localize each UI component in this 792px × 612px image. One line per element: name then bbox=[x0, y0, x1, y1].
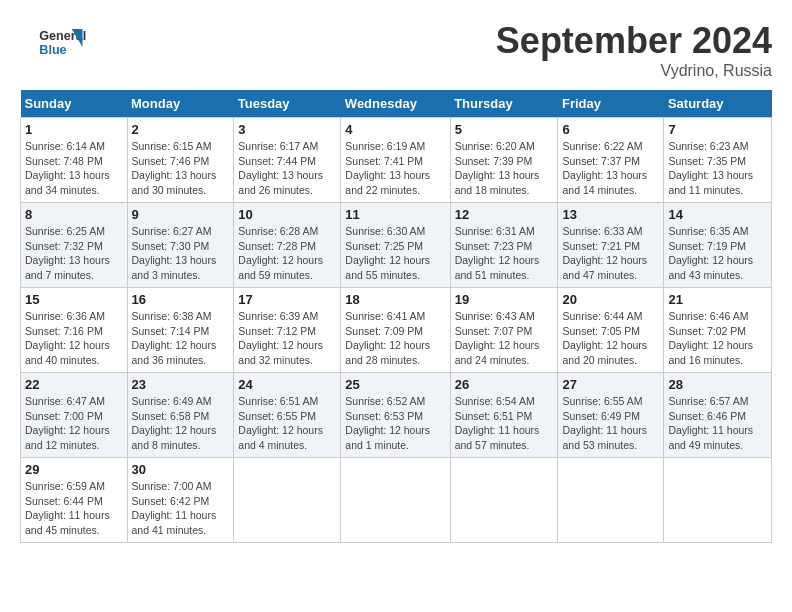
day-number: 14 bbox=[668, 207, 767, 222]
calendar-cell: 10 Sunrise: 6:28 AMSunset: 7:28 PMDaylig… bbox=[234, 203, 341, 288]
sunrise-info: Sunrise: 6:17 AMSunset: 7:44 PMDaylight:… bbox=[238, 139, 336, 198]
sunrise-info: Sunrise: 6:28 AMSunset: 7:28 PMDaylight:… bbox=[238, 224, 336, 283]
sunrise-info: Sunrise: 6:35 AMSunset: 7:19 PMDaylight:… bbox=[668, 224, 767, 283]
header-sunday: Sunday bbox=[21, 90, 128, 118]
calendar-cell bbox=[450, 458, 558, 543]
day-number: 17 bbox=[238, 292, 336, 307]
day-number: 5 bbox=[455, 122, 554, 137]
calendar-cell: 26 Sunrise: 6:54 AMSunset: 6:51 PMDaylig… bbox=[450, 373, 558, 458]
calendar-cell: 23 Sunrise: 6:49 AMSunset: 6:58 PMDaylig… bbox=[127, 373, 234, 458]
day-number: 25 bbox=[345, 377, 445, 392]
sunrise-info: Sunrise: 6:23 AMSunset: 7:35 PMDaylight:… bbox=[668, 139, 767, 198]
sunrise-info: Sunrise: 6:59 AMSunset: 6:44 PMDaylight:… bbox=[25, 479, 123, 538]
sunrise-info: Sunrise: 6:27 AMSunset: 7:30 PMDaylight:… bbox=[132, 224, 230, 283]
calendar-cell bbox=[234, 458, 341, 543]
day-number: 22 bbox=[25, 377, 123, 392]
week-row: 8 Sunrise: 6:25 AMSunset: 7:32 PMDayligh… bbox=[21, 203, 772, 288]
day-number: 20 bbox=[562, 292, 659, 307]
week-row: 1 Sunrise: 6:14 AMSunset: 7:48 PMDayligh… bbox=[21, 118, 772, 203]
sunrise-info: Sunrise: 6:22 AMSunset: 7:37 PMDaylight:… bbox=[562, 139, 659, 198]
sunrise-info: Sunrise: 6:52 AMSunset: 6:53 PMDaylight:… bbox=[345, 394, 445, 453]
day-number: 30 bbox=[132, 462, 230, 477]
calendar-table: Sunday Monday Tuesday Wednesday Thursday… bbox=[20, 90, 772, 543]
sunrise-info: Sunrise: 6:38 AMSunset: 7:14 PMDaylight:… bbox=[132, 309, 230, 368]
sunrise-info: Sunrise: 6:14 AMSunset: 7:48 PMDaylight:… bbox=[25, 139, 123, 198]
calendar-cell: 3 Sunrise: 6:17 AMSunset: 7:44 PMDayligh… bbox=[234, 118, 341, 203]
day-number: 29 bbox=[25, 462, 123, 477]
sunrise-info: Sunrise: 6:20 AMSunset: 7:39 PMDaylight:… bbox=[455, 139, 554, 198]
calendar-cell: 17 Sunrise: 6:39 AMSunset: 7:12 PMDaylig… bbox=[234, 288, 341, 373]
page-header: General Blue September 2024 Vydrino, Rus… bbox=[20, 20, 772, 80]
header-row: Sunday Monday Tuesday Wednesday Thursday… bbox=[21, 90, 772, 118]
logo: General Blue bbox=[20, 20, 100, 65]
day-number: 4 bbox=[345, 122, 445, 137]
day-number: 8 bbox=[25, 207, 123, 222]
sunrise-info: Sunrise: 6:51 AMSunset: 6:55 PMDaylight:… bbox=[238, 394, 336, 453]
sunrise-info: Sunrise: 6:33 AMSunset: 7:21 PMDaylight:… bbox=[562, 224, 659, 283]
day-number: 13 bbox=[562, 207, 659, 222]
calendar-cell bbox=[664, 458, 772, 543]
calendar-cell: 15 Sunrise: 6:36 AMSunset: 7:16 PMDaylig… bbox=[21, 288, 128, 373]
calendar-cell: 27 Sunrise: 6:55 AMSunset: 6:49 PMDaylig… bbox=[558, 373, 664, 458]
calendar-cell: 4 Sunrise: 6:19 AMSunset: 7:41 PMDayligh… bbox=[341, 118, 450, 203]
sunrise-info: Sunrise: 6:55 AMSunset: 6:49 PMDaylight:… bbox=[562, 394, 659, 453]
header-thursday: Thursday bbox=[450, 90, 558, 118]
calendar-cell: 20 Sunrise: 6:44 AMSunset: 7:05 PMDaylig… bbox=[558, 288, 664, 373]
day-number: 19 bbox=[455, 292, 554, 307]
calendar-cell: 11 Sunrise: 6:30 AMSunset: 7:25 PMDaylig… bbox=[341, 203, 450, 288]
day-number: 3 bbox=[238, 122, 336, 137]
sunrise-info: Sunrise: 6:19 AMSunset: 7:41 PMDaylight:… bbox=[345, 139, 445, 198]
calendar-cell bbox=[341, 458, 450, 543]
day-number: 12 bbox=[455, 207, 554, 222]
day-number: 24 bbox=[238, 377, 336, 392]
logo-icon: General Blue bbox=[20, 20, 100, 65]
calendar-cell: 13 Sunrise: 6:33 AMSunset: 7:21 PMDaylig… bbox=[558, 203, 664, 288]
sunrise-info: Sunrise: 6:47 AMSunset: 7:00 PMDaylight:… bbox=[25, 394, 123, 453]
calendar-cell: 24 Sunrise: 6:51 AMSunset: 6:55 PMDaylig… bbox=[234, 373, 341, 458]
day-number: 23 bbox=[132, 377, 230, 392]
month-title: September 2024 bbox=[496, 20, 772, 62]
sunrise-info: Sunrise: 6:54 AMSunset: 6:51 PMDaylight:… bbox=[455, 394, 554, 453]
sunrise-info: Sunrise: 7:00 AMSunset: 6:42 PMDaylight:… bbox=[132, 479, 230, 538]
calendar-cell: 25 Sunrise: 6:52 AMSunset: 6:53 PMDaylig… bbox=[341, 373, 450, 458]
day-number: 16 bbox=[132, 292, 230, 307]
sunrise-info: Sunrise: 6:43 AMSunset: 7:07 PMDaylight:… bbox=[455, 309, 554, 368]
day-number: 15 bbox=[25, 292, 123, 307]
sunrise-info: Sunrise: 6:30 AMSunset: 7:25 PMDaylight:… bbox=[345, 224, 445, 283]
sunrise-info: Sunrise: 6:41 AMSunset: 7:09 PMDaylight:… bbox=[345, 309, 445, 368]
sunrise-info: Sunrise: 6:25 AMSunset: 7:32 PMDaylight:… bbox=[25, 224, 123, 283]
calendar-cell: 19 Sunrise: 6:43 AMSunset: 7:07 PMDaylig… bbox=[450, 288, 558, 373]
header-friday: Friday bbox=[558, 90, 664, 118]
sunrise-info: Sunrise: 6:49 AMSunset: 6:58 PMDaylight:… bbox=[132, 394, 230, 453]
day-number: 27 bbox=[562, 377, 659, 392]
day-number: 10 bbox=[238, 207, 336, 222]
calendar-cell: 29 Sunrise: 6:59 AMSunset: 6:44 PMDaylig… bbox=[21, 458, 128, 543]
calendar-cell: 9 Sunrise: 6:27 AMSunset: 7:30 PMDayligh… bbox=[127, 203, 234, 288]
calendar-cell: 2 Sunrise: 6:15 AMSunset: 7:46 PMDayligh… bbox=[127, 118, 234, 203]
day-number: 9 bbox=[132, 207, 230, 222]
day-number: 28 bbox=[668, 377, 767, 392]
calendar-cell: 16 Sunrise: 6:38 AMSunset: 7:14 PMDaylig… bbox=[127, 288, 234, 373]
calendar-cell: 7 Sunrise: 6:23 AMSunset: 7:35 PMDayligh… bbox=[664, 118, 772, 203]
calendar-cell: 5 Sunrise: 6:20 AMSunset: 7:39 PMDayligh… bbox=[450, 118, 558, 203]
header-tuesday: Tuesday bbox=[234, 90, 341, 118]
calendar-cell: 1 Sunrise: 6:14 AMSunset: 7:48 PMDayligh… bbox=[21, 118, 128, 203]
day-number: 21 bbox=[668, 292, 767, 307]
svg-text:Blue: Blue bbox=[39, 43, 66, 57]
calendar-cell: 22 Sunrise: 6:47 AMSunset: 7:00 PMDaylig… bbox=[21, 373, 128, 458]
header-saturday: Saturday bbox=[664, 90, 772, 118]
day-number: 26 bbox=[455, 377, 554, 392]
calendar-cell: 28 Sunrise: 6:57 AMSunset: 6:46 PMDaylig… bbox=[664, 373, 772, 458]
sunrise-info: Sunrise: 6:36 AMSunset: 7:16 PMDaylight:… bbox=[25, 309, 123, 368]
title-section: September 2024 Vydrino, Russia bbox=[496, 20, 772, 80]
day-number: 2 bbox=[132, 122, 230, 137]
sunrise-info: Sunrise: 6:39 AMSunset: 7:12 PMDaylight:… bbox=[238, 309, 336, 368]
day-number: 18 bbox=[345, 292, 445, 307]
day-number: 11 bbox=[345, 207, 445, 222]
header-monday: Monday bbox=[127, 90, 234, 118]
calendar-cell: 18 Sunrise: 6:41 AMSunset: 7:09 PMDaylig… bbox=[341, 288, 450, 373]
calendar-cell: 30 Sunrise: 7:00 AMSunset: 6:42 PMDaylig… bbox=[127, 458, 234, 543]
sunrise-info: Sunrise: 6:31 AMSunset: 7:23 PMDaylight:… bbox=[455, 224, 554, 283]
location: Vydrino, Russia bbox=[496, 62, 772, 80]
calendar-cell: 21 Sunrise: 6:46 AMSunset: 7:02 PMDaylig… bbox=[664, 288, 772, 373]
